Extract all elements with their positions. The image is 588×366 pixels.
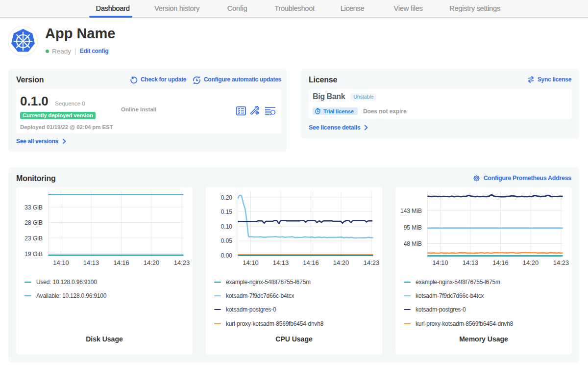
svg-text:14:23: 14:23 <box>174 259 190 266</box>
svg-text:23 GiB: 23 GiB <box>24 235 43 242</box>
svg-text:14:16: 14:16 <box>113 259 129 266</box>
svg-text:28 GiB: 28 GiB <box>24 219 43 226</box>
svg-text:14:10: 14:10 <box>432 259 448 266</box>
svg-text:14:23: 14:23 <box>553 259 569 266</box>
svg-text:33 GiB: 33 GiB <box>24 204 43 211</box>
svg-text:14:20: 14:20 <box>144 259 160 266</box>
svg-text:14:13: 14:13 <box>83 259 99 266</box>
svg-text:14:16: 14:16 <box>303 259 319 266</box>
svg-text:0.00: 0.00 <box>221 252 233 259</box>
svg-text:0.20: 0.20 <box>221 194 233 201</box>
svg-text:95 MiB: 95 MiB <box>404 224 422 231</box>
svg-text:143 MiB: 143 MiB <box>400 208 422 214</box>
svg-text:14:13: 14:13 <box>463 259 479 266</box>
svg-text:0.05: 0.05 <box>221 237 233 244</box>
svg-text:14:10: 14:10 <box>53 259 69 266</box>
svg-text:14:10: 14:10 <box>243 259 259 266</box>
svg-text:14:13: 14:13 <box>273 259 289 266</box>
svg-text:0.10: 0.10 <box>221 223 233 230</box>
svg-text:19 GiB: 19 GiB <box>24 251 43 258</box>
svg-text:14:16: 14:16 <box>492 259 509 266</box>
svg-text:48 MiB: 48 MiB <box>404 240 422 247</box>
svg-text:14:20: 14:20 <box>333 259 349 266</box>
svg-text:0.15: 0.15 <box>221 209 233 215</box>
svg-text:14:23: 14:23 <box>364 259 380 266</box>
svg-text:14:20: 14:20 <box>523 259 539 266</box>
